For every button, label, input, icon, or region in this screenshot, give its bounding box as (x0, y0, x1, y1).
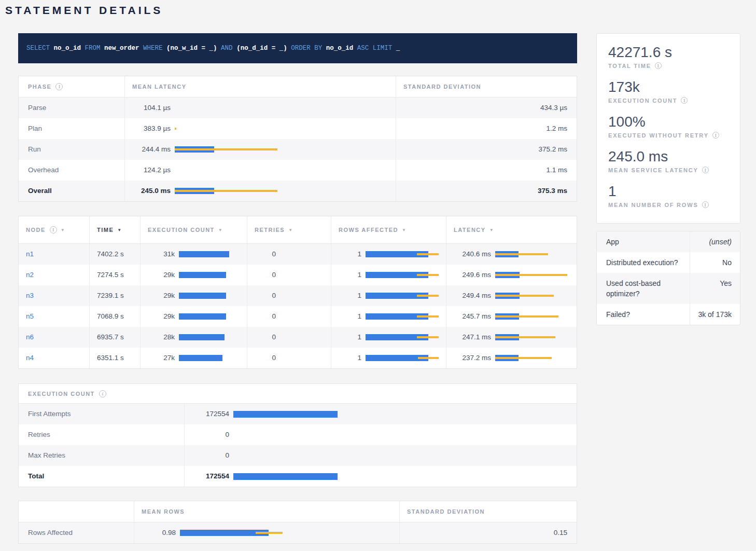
node-link[interactable]: n6 (26, 333, 34, 341)
execution-count-value: 27k (148, 348, 175, 368)
info-icon[interactable]: i (702, 167, 709, 173)
column-header-label: NODE (26, 216, 46, 243)
sort-arrow-icon: ▼ (117, 216, 121, 243)
detail-value: No (690, 252, 740, 273)
execution-count-row-value: 172554 (192, 404, 229, 424)
rows-affected-value: 1 (339, 327, 361, 348)
column-header-time[interactable]: TIME▼ (90, 216, 141, 243)
node-cell: n5 (19, 306, 90, 327)
execution-count-bar (179, 334, 225, 340)
execution-count-row-label: Max Retries (19, 445, 185, 466)
node-execution-count-cell: 29k (141, 265, 247, 285)
execution-count-value: 29k (148, 285, 175, 306)
node-link[interactable]: n2 (26, 271, 34, 279)
column-header-execution-count[interactable]: EXECUTION COUNT▼ (141, 216, 247, 243)
retries-count: 0 (255, 306, 276, 327)
node-link[interactable]: n5 (26, 312, 34, 320)
column-header-label: ROWS AFFECTED (339, 216, 398, 243)
phase-table: PHASE i MEAN LATENCY STANDARD DEVIATION … (18, 76, 577, 202)
phase-stddev-value: 434.3 µs (396, 98, 577, 118)
execution-count-row-bar (233, 473, 338, 480)
retries-value: 0 (247, 306, 331, 327)
column-header-label: EXECUTION COUNT (148, 216, 215, 243)
phase-name: Run (19, 139, 125, 160)
phase-name: Parse (19, 98, 125, 118)
detail-row: Failed?3k of 173k (597, 304, 740, 325)
bar-stddev-segment (417, 315, 439, 318)
node-execution-count-cell: 31k (141, 244, 247, 265)
sort-arrow-icon: ▼ (402, 216, 406, 243)
stat-label-text: EXECUTED WITHOUT RETRY (608, 132, 709, 139)
detail-row: Used cost-based optimizer?Yes (597, 273, 740, 304)
node-latency-cell: 240.6 ms (446, 244, 577, 265)
sql-token: SELECT (26, 45, 50, 52)
info-icon[interactable]: i (50, 226, 57, 233)
execution-count-bar (179, 355, 222, 361)
node-time-value: 6351.1 s (90, 348, 141, 368)
node-latency-cell: 247.1 ms (446, 327, 577, 348)
execution-count-bar (179, 313, 226, 320)
latency-value: 245.7 ms (454, 306, 491, 327)
info-icon[interactable]: i (702, 201, 709, 208)
rows-affected-value: 1 (339, 348, 361, 368)
summary-stat: 1MEAN NUMBER OF ROWSi (608, 183, 729, 208)
statement-details-page: STATEMENT DETAILS SELECT no_o_id FROM ne… (0, 0, 756, 544)
column-header-node[interactable]: NODEi▼ (19, 216, 90, 243)
bar-stddev-segment (175, 190, 277, 192)
sql-token: ORDER BY (287, 45, 323, 52)
info-icon[interactable]: i (712, 132, 719, 139)
column-header-mean-latency: MEAN LATENCY (125, 76, 396, 97)
column-header-mean-rows-label: MEAN ROWS (142, 501, 185, 522)
bar-stddev-segment (417, 336, 439, 338)
phase-table-body: Parse104.1 µs434.3 µsPlan383.9 µs1.2 msR… (19, 98, 577, 201)
latency-value: 240.6 ms (454, 244, 491, 265)
stat-value: 1 (608, 183, 729, 200)
latency-value: 249.4 ms (454, 285, 491, 306)
rows-affected-value: 1 (339, 244, 361, 265)
info-icon[interactable]: i (681, 97, 688, 104)
column-header-label: RETRIES (255, 216, 285, 243)
detail-value: 3k of 173k (690, 304, 740, 325)
node-link[interactable]: n4 (26, 354, 34, 362)
execution-count-row-value: 0 (192, 424, 229, 445)
phase-mean-cell: 383.9 µs (125, 118, 396, 139)
node-table-row: n57068.9 s29k01245.7 ms (19, 306, 577, 327)
stat-value: 42271.6 s (608, 44, 729, 61)
column-header-latency[interactable]: LATENCY▼ (446, 216, 577, 243)
phase-stddev-value: 1.1 ms (396, 160, 577, 181)
detail-label: Failed? (597, 304, 690, 325)
sql-token: (no_d_id = _) (233, 45, 287, 52)
retries-value: 0 (247, 244, 331, 265)
sql-token: new_order (101, 45, 139, 52)
info-icon[interactable]: i (55, 83, 63, 90)
phase-mean-cell: 244.4 ms (125, 139, 396, 160)
retries-value: 0 (247, 265, 331, 285)
node-execution-count-cell: 29k (141, 306, 247, 327)
sql-token: AND (217, 45, 233, 52)
phase-mean-value: 383.9 µs (132, 118, 171, 139)
summary-stat: 173kEXECUTION COUNTi (608, 79, 729, 104)
execution-count-row-bar (233, 411, 338, 418)
node-rows-affected-cell: 1 (331, 306, 446, 327)
sort-arrow-icon: ▼ (61, 216, 65, 243)
mean-rows-cell: 0.98 (134, 522, 400, 543)
sql-token: _ (392, 45, 400, 52)
stat-label-text: TOTAL TIME (608, 63, 651, 69)
column-header-rows-affected[interactable]: ROWS AFFECTED▼ (331, 216, 446, 243)
phase-table-row: Parse104.1 µs434.3 µs (19, 98, 577, 118)
node-link[interactable]: n1 (26, 250, 34, 258)
stat-label: EXECUTION COUNTi (608, 97, 729, 104)
info-icon[interactable]: i (655, 62, 662, 69)
column-header-phase-label: PHASE (28, 76, 51, 97)
info-icon[interactable]: i (99, 390, 106, 397)
node-latency-cell: 249.4 ms (446, 285, 577, 306)
column-header-retries[interactable]: RETRIES▼ (247, 216, 331, 243)
rows-affected-table: MEAN ROWS STANDARD DEVIATION Rows Affect… (18, 501, 577, 544)
retries-count: 0 (255, 265, 276, 285)
phase-stddev-value: 375.2 ms (396, 139, 577, 160)
node-latency-cell: 249.6 ms (446, 265, 577, 285)
node-link[interactable]: n3 (26, 292, 34, 299)
column-header-rows-standard-deviation: STANDARD DEVIATION (400, 501, 577, 522)
stat-label-text: MEAN SERVICE LATENCY (608, 167, 698, 173)
sort-arrow-icon: ▼ (288, 216, 292, 243)
